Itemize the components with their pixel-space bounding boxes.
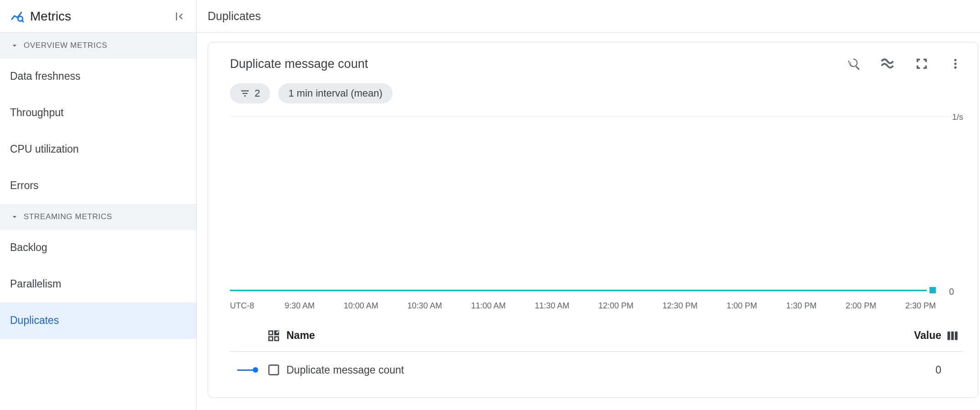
chart-x-tick: 2:30 PM	[905, 301, 936, 311]
nav-cpu-utilization[interactable]: CPU utilization	[0, 131, 196, 168]
svg-rect-9	[948, 331, 950, 340]
svg-rect-7	[275, 337, 278, 340]
svg-rect-5	[269, 331, 273, 334]
main: Duplicates Duplicate message count	[197, 0, 980, 410]
filter-icon	[240, 88, 250, 98]
nav-duplicates[interactable]: Duplicates	[0, 302, 196, 339]
legend-toggle-button[interactable]	[880, 56, 896, 72]
chart-title: Duplicate message count	[230, 57, 847, 71]
legend-row-value: 0	[896, 364, 941, 376]
content: Duplicate message count	[197, 33, 980, 410]
chart-x-axis: UTC-8 9:30 AM10:00 AM10:30 AM11:00 AM11:…	[230, 301, 936, 311]
sidebar-title: Metrics	[30, 9, 172, 24]
chart-plot-area: 0 UTC-8 9:30 AM10:00 AM10:30 AM11:00 AM1…	[230, 119, 963, 311]
chevron-down-icon	[10, 41, 19, 50]
svg-rect-11	[955, 331, 958, 340]
legend-header: Name Value	[230, 320, 963, 352]
chart-x-tick: 11:30 AM	[535, 301, 569, 311]
svg-line-1	[22, 20, 23, 21]
interval-label: 1 min interval (mean)	[288, 87, 383, 99]
legend-header-value[interactable]: Value	[896, 329, 941, 342]
chart-card: Duplicate message count	[208, 42, 978, 398]
metrics-logo-icon	[10, 10, 24, 23]
chart-x-tick: 11:00 AM	[471, 301, 505, 311]
chart-y0-label: 0	[949, 287, 954, 297]
reset-zoom-button[interactable]	[847, 56, 862, 72]
chart-gridline	[230, 116, 963, 117]
legend-row[interactable]: Duplicate message count 0	[230, 352, 963, 388]
nav-data-freshness[interactable]: Data freshness	[0, 58, 196, 95]
legend-checkbox[interactable]	[263, 364, 285, 376]
chart[interactable]: 1/s 0 UTC-8 9:30 AM10:00 AM10:30 AM11:00…	[230, 116, 963, 311]
legend-header-name[interactable]: Name	[285, 329, 896, 342]
section-streaming-metrics[interactable]: STREAMING METRICS	[0, 204, 196, 230]
nav-errors[interactable]: Errors	[0, 168, 196, 204]
legend-row-name: Duplicate message count	[285, 364, 896, 376]
chart-series-line	[230, 287, 936, 293]
chart-x-tick: 1:30 PM	[786, 301, 817, 311]
sidebar: Metrics OVERVIEW METRICS Data freshness …	[0, 0, 197, 410]
nav-parallelism[interactable]: Parallelism	[0, 266, 196, 302]
chart-x-tick: 12:00 PM	[598, 301, 633, 311]
page-title: Duplicates	[208, 10, 261, 23]
svg-point-2	[954, 59, 956, 61]
nav-backlog[interactable]: Backlog	[0, 230, 196, 266]
chart-x-tick: 9:30 AM	[285, 301, 315, 311]
main-header: Duplicates	[197, 0, 980, 33]
svg-point-4	[954, 67, 956, 69]
filter-chip[interactable]: 2	[230, 83, 270, 103]
legend-swatch	[230, 369, 263, 371]
chart-x-tick: 12:30 PM	[663, 301, 698, 311]
svg-rect-6	[269, 337, 273, 340]
interval-chip[interactable]: 1 min interval (mean)	[278, 83, 393, 103]
svg-rect-10	[951, 331, 954, 340]
nav-throughput[interactable]: Throughput	[0, 95, 196, 131]
filter-count: 2	[255, 87, 260, 99]
grid-selector-icon[interactable]	[263, 329, 285, 342]
collapse-sidebar-button[interactable]	[172, 9, 186, 24]
section-label: STREAMING METRICS	[24, 212, 112, 221]
svg-rect-12	[269, 365, 279, 375]
more-options-button[interactable]	[948, 56, 963, 72]
chart-x-tick: 2:00 PM	[846, 301, 876, 311]
section-label: OVERVIEW METRICS	[24, 41, 107, 50]
chart-x-tick: 10:30 AM	[408, 301, 442, 311]
chart-x-tick: 1:00 PM	[727, 301, 757, 311]
chart-timezone: UTC-8	[230, 301, 285, 311]
columns-icon[interactable]	[941, 329, 963, 342]
chart-x-tick: 10:00 AM	[344, 301, 378, 311]
svg-point-3	[954, 62, 956, 65]
sidebar-header: Metrics	[0, 0, 196, 33]
chevron-down-icon	[10, 212, 19, 221]
chart-actions	[847, 56, 963, 72]
fullscreen-button[interactable]	[914, 56, 929, 72]
legend-table: Name Value Duplicate messag	[230, 320, 963, 388]
section-overview-metrics[interactable]: OVERVIEW METRICS	[0, 33, 196, 58]
series-end-marker	[929, 287, 936, 293]
